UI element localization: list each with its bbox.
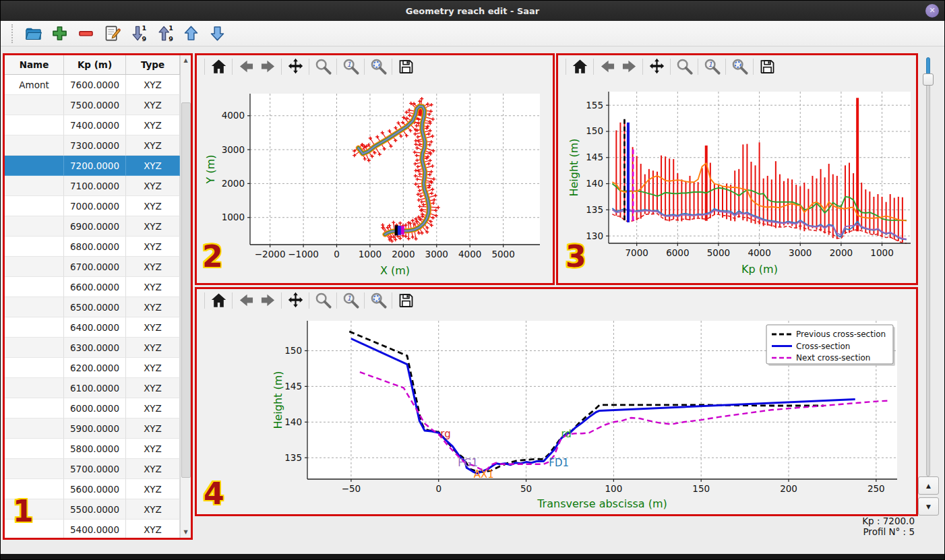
sort-descending-button[interactable]: 19: [128, 24, 148, 44]
plan-chart[interactable]: −2000−1000010002000300040005000100020003…: [197, 78, 553, 284]
close-button[interactable]: ✕: [925, 4, 939, 18]
cell-type: XYZ: [126, 196, 180, 216]
table-row[interactable]: 6200.0000XYZ: [5, 358, 180, 378]
svg-text:3000: 3000: [789, 247, 812, 258]
add-profile-button[interactable]: [49, 24, 69, 44]
svg-text:250: 250: [867, 483, 885, 494]
table-row[interactable]: 7500.0000XYZ: [5, 95, 180, 115]
svg-text:Height (m): Height (m): [272, 371, 284, 429]
home-icon: [210, 301, 228, 311]
column-header[interactable]: Name: [5, 55, 64, 74]
table-row[interactable]: 7300.0000XYZ: [5, 135, 180, 156]
cell-name: [5, 115, 64, 135]
scroll-down-button[interactable]: ▼: [181, 527, 191, 538]
zoom-button[interactable]: [313, 57, 333, 77]
zoom-fit-icon: [731, 67, 749, 77]
move-down-button[interactable]: [207, 24, 227, 44]
forward-icon: [259, 67, 277, 77]
cell-type: XYZ: [126, 176, 180, 196]
remove-profile-button[interactable]: [75, 24, 96, 44]
pan-button[interactable]: [285, 57, 305, 77]
table-row[interactable]: 7100.0000XYZ: [5, 176, 180, 196]
pan-button[interactable]: [646, 57, 667, 77]
toolbar-separator: [204, 59, 205, 75]
cross-section-chart[interactable]: −50050100150200250135140145150rgrdFG1FD1…: [197, 312, 916, 516]
column-header[interactable]: Type: [126, 55, 180, 74]
table-row[interactable]: 5800.0000XYZ: [5, 439, 180, 459]
svg-text:2000: 2000: [392, 249, 415, 259]
up-arrow-icon: ▲: [183, 57, 187, 63]
home-button[interactable]: [570, 57, 590, 77]
toolbar-separator: [281, 292, 282, 309]
spin-up-button[interactable]: ▲: [918, 476, 939, 495]
save-button[interactable]: [396, 57, 416, 77]
back-button[interactable]: [236, 290, 256, 311]
zoom-icon: [314, 67, 332, 77]
cell-type: XYZ: [126, 418, 180, 439]
zoom-one-button[interactable]: 1: [340, 290, 361, 311]
back-icon: [237, 67, 255, 77]
forward-button[interactable]: [619, 57, 639, 77]
sort-ascending-button[interactable]: 19: [154, 24, 175, 44]
svg-text:130: 130: [586, 230, 603, 241]
status-profil: Profil N° : 5: [862, 526, 915, 537]
pan-button[interactable]: [285, 290, 305, 311]
zoom-button[interactable]: [674, 57, 694, 77]
table-row[interactable]: 7200.0000XYZ: [5, 156, 180, 176]
cell-type: XYZ: [126, 277, 180, 297]
table-row[interactable]: 6400.0000XYZ: [5, 317, 180, 338]
svg-text:Kp (m): Kp (m): [741, 263, 778, 276]
cell-type: XYZ: [126, 135, 180, 156]
table-row[interactable]: 7400.0000XYZ: [5, 115, 180, 135]
cell-type: XYZ: [126, 237, 180, 257]
zoom-button[interactable]: [313, 290, 333, 311]
table-scrollbar[interactable]: ▲ ▼: [180, 55, 191, 538]
svg-text:150: 150: [284, 345, 302, 356]
zoom-one-button[interactable]: 1: [340, 57, 361, 77]
table-row[interactable]: 6100.0000XYZ: [5, 378, 180, 398]
move-up-button[interactable]: [181, 24, 201, 44]
table-row[interactable]: 7000.0000XYZ: [5, 196, 180, 216]
home-icon: [571, 67, 589, 77]
save-button[interactable]: [757, 57, 777, 77]
forward-button[interactable]: [257, 57, 278, 77]
table-row[interactable]: 5900.0000XYZ: [5, 418, 180, 439]
scrollbar-thumb[interactable]: [181, 102, 191, 478]
zoom-fit-button[interactable]: [729, 57, 750, 77]
toolbar-grip[interactable]: [11, 24, 16, 43]
forward-button[interactable]: [257, 290, 278, 311]
table-row[interactable]: Amont7600.0000XYZ: [5, 75, 180, 95]
toolbar-separator: [232, 59, 233, 75]
zoom-fit-button[interactable]: [368, 290, 388, 311]
zoom-fit-icon: [369, 67, 388, 77]
table-row[interactable]: 6800.0000XYZ: [5, 237, 180, 257]
spin-down-button[interactable]: ▼: [918, 497, 939, 516]
scroll-up-button[interactable]: ▲: [181, 55, 191, 66]
open-button[interactable]: [23, 24, 43, 44]
geometry-reach-edit-window: Geometry reach edit - Saar ✕ 1919 NameKp…: [0, 0, 945, 560]
cell-kp: 6400.0000: [64, 317, 126, 338]
profile-chart[interactable]: 7000600050004000300020001000130135140145…: [558, 78, 916, 284]
profile-slider[interactable]: [922, 57, 933, 475]
table-row[interactable]: 6000.0000XYZ: [5, 398, 180, 418]
slider-thumb[interactable]: [923, 73, 934, 86]
table-row[interactable]: 6700.0000XYZ: [5, 257, 180, 277]
titlebar: Geometry reach edit - Saar ✕: [1, 1, 944, 21]
back-button[interactable]: [597, 57, 617, 77]
zoom-fit-button[interactable]: [368, 57, 388, 77]
toolbar-separator: [336, 59, 337, 75]
save-button[interactable]: [396, 290, 416, 311]
toolbar-separator: [698, 59, 698, 75]
svg-text:1000: 1000: [359, 249, 382, 259]
home-button[interactable]: [208, 57, 228, 77]
column-header[interactable]: Kp (m): [64, 55, 126, 74]
home-button[interactable]: [208, 290, 228, 311]
edit-profile-button[interactable]: [102, 24, 122, 44]
table-row[interactable]: 6300.0000XYZ: [5, 338, 180, 358]
table-row[interactable]: 6900.0000XYZ: [5, 216, 180, 237]
table-row[interactable]: 5700.0000XYZ: [5, 459, 180, 479]
table-row[interactable]: 6500.0000XYZ: [5, 297, 180, 317]
back-button[interactable]: [236, 57, 256, 77]
table-row[interactable]: 6600.0000XYZ: [5, 277, 180, 297]
zoom-one-button[interactable]: 1: [702, 57, 722, 77]
